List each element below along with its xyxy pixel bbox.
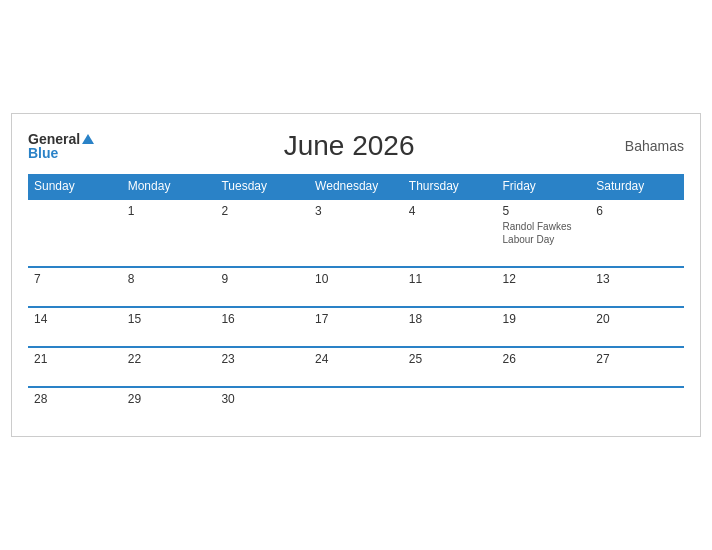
day-number: 4: [409, 204, 491, 218]
day-number: 25: [409, 352, 491, 366]
day-cell: 22: [122, 347, 216, 387]
calendar-title: June 2026: [94, 130, 604, 162]
day-number: 23: [221, 352, 303, 366]
day-number: 18: [409, 312, 491, 326]
day-number: 19: [503, 312, 585, 326]
day-cell: [309, 387, 403, 426]
day-cell: 13: [590, 267, 684, 307]
day-number: 11: [409, 272, 491, 286]
day-cell: 5Randol Fawkes Labour Day: [497, 199, 591, 267]
day-cell: 16: [215, 307, 309, 347]
day-cell: 17: [309, 307, 403, 347]
day-cell: 2: [215, 199, 309, 267]
calendar-header: General Blue June 2026 Bahamas: [28, 130, 684, 162]
day-cell: 18: [403, 307, 497, 347]
day-number: 1: [128, 204, 210, 218]
day-cell: 30: [215, 387, 309, 426]
calendar-table: SundayMondayTuesdayWednesdayThursdayFrid…: [28, 174, 684, 426]
day-cell: 12: [497, 267, 591, 307]
week-row-1: 12345Randol Fawkes Labour Day6: [28, 199, 684, 267]
day-cell: 29: [122, 387, 216, 426]
day-cell: 15: [122, 307, 216, 347]
day-number: 30: [221, 392, 303, 406]
day-number: 5: [503, 204, 585, 218]
day-cell: 11: [403, 267, 497, 307]
day-number: 3: [315, 204, 397, 218]
week-row-2: 78910111213: [28, 267, 684, 307]
day-cell: 25: [403, 347, 497, 387]
day-cell: [590, 387, 684, 426]
logo-triangle-icon: [82, 134, 94, 144]
weekday-header-saturday: Saturday: [590, 174, 684, 199]
week-row-4: 21222324252627: [28, 347, 684, 387]
day-cell: 27: [590, 347, 684, 387]
day-cell: 19: [497, 307, 591, 347]
day-number: 9: [221, 272, 303, 286]
day-number: 14: [34, 312, 116, 326]
day-number: 10: [315, 272, 397, 286]
day-cell: [497, 387, 591, 426]
logo-blue-text: Blue: [28, 146, 94, 160]
event-text: Randol Fawkes Labour Day: [503, 220, 585, 246]
weekday-header-monday: Monday: [122, 174, 216, 199]
weekday-header-sunday: Sunday: [28, 174, 122, 199]
logo: General Blue: [28, 132, 94, 160]
day-number: 16: [221, 312, 303, 326]
day-cell: 23: [215, 347, 309, 387]
day-cell: 6: [590, 199, 684, 267]
day-cell: 9: [215, 267, 309, 307]
day-cell: 20: [590, 307, 684, 347]
day-number: 29: [128, 392, 210, 406]
day-cell: 10: [309, 267, 403, 307]
weekday-header-wednesday: Wednesday: [309, 174, 403, 199]
weekday-header-thursday: Thursday: [403, 174, 497, 199]
day-cell: 7: [28, 267, 122, 307]
calendar-container: General Blue June 2026 Bahamas SundayMon…: [11, 113, 701, 437]
day-number: 2: [221, 204, 303, 218]
day-cell: 3: [309, 199, 403, 267]
logo-general-text: General: [28, 132, 80, 146]
day-number: 12: [503, 272, 585, 286]
day-cell: [28, 199, 122, 267]
day-number: 24: [315, 352, 397, 366]
day-cell: 21: [28, 347, 122, 387]
weekday-header-tuesday: Tuesday: [215, 174, 309, 199]
day-cell: 28: [28, 387, 122, 426]
weekday-header-row: SundayMondayTuesdayWednesdayThursdayFrid…: [28, 174, 684, 199]
day-number: 15: [128, 312, 210, 326]
country-label: Bahamas: [604, 138, 684, 154]
day-cell: 14: [28, 307, 122, 347]
day-number: 27: [596, 352, 678, 366]
week-row-3: 14151617181920: [28, 307, 684, 347]
day-number: 28: [34, 392, 116, 406]
day-number: 22: [128, 352, 210, 366]
day-number: 13: [596, 272, 678, 286]
day-cell: 24: [309, 347, 403, 387]
day-number: 6: [596, 204, 678, 218]
day-cell: 26: [497, 347, 591, 387]
day-cell: 1: [122, 199, 216, 267]
day-number: 26: [503, 352, 585, 366]
week-row-5: 282930: [28, 387, 684, 426]
day-number: 8: [128, 272, 210, 286]
day-cell: [403, 387, 497, 426]
day-cell: 8: [122, 267, 216, 307]
day-number: 7: [34, 272, 116, 286]
weekday-header-friday: Friday: [497, 174, 591, 199]
day-number: 20: [596, 312, 678, 326]
day-number: 17: [315, 312, 397, 326]
day-cell: 4: [403, 199, 497, 267]
day-number: 21: [34, 352, 116, 366]
